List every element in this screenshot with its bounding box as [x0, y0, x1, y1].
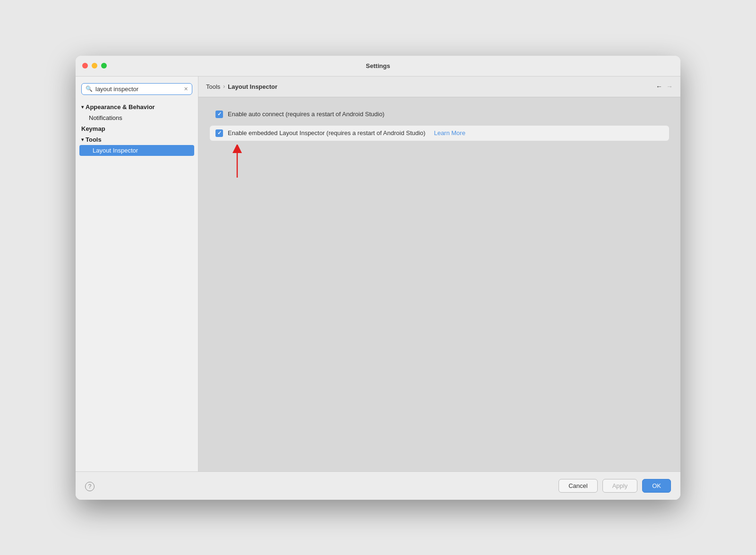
traffic-lights [82, 63, 107, 68]
content-header: Tools › Layout Inspector ← → [198, 77, 680, 97]
title-bar: Settings [76, 56, 680, 77]
sidebar-item-label: Keymap [81, 125, 105, 132]
breadcrumb: Tools › Layout Inspector [206, 83, 277, 90]
content-panel: Tools › Layout Inspector ← → ✓ Enable au… [198, 77, 680, 471]
sidebar-item-label: Tools [86, 136, 102, 143]
sidebar-item-tools[interactable]: ▾ Tools [76, 134, 198, 145]
sidebar-item-keymap[interactable]: Keymap [76, 123, 198, 134]
help-button[interactable]: ? [85, 482, 94, 491]
clear-search-icon[interactable]: ✕ [184, 86, 188, 92]
settings-window: Settings 🔍 ✕ ▾ Appearance & Behavior Not… [76, 56, 680, 500]
embedded-row: ✓ Enable embedded Layout Inspector (requ… [210, 126, 669, 141]
main-content: 🔍 ✕ ▾ Appearance & Behavior Notification… [76, 77, 680, 471]
footer: ? Cancel Apply OK [76, 471, 680, 500]
breadcrumb-root: Tools [206, 83, 220, 90]
breadcrumb-current: Layout Inspector [228, 83, 277, 90]
annotation-arrow [219, 145, 669, 182]
settings-content: ✓ Enable auto connect (requires a restar… [198, 97, 680, 471]
check-icon: ✓ [217, 130, 222, 136]
embedded-label: Enable embedded Layout Inspector (requir… [228, 129, 425, 137]
maximize-button[interactable] [101, 63, 107, 68]
search-box[interactable]: 🔍 ✕ [81, 83, 192, 95]
embedded-checkbox[interactable]: ✓ [215, 129, 223, 137]
breadcrumb-separator: › [223, 83, 225, 90]
nav-arrows: ← → [656, 83, 673, 90]
sidebar: 🔍 ✕ ▾ Appearance & Behavior Notification… [76, 77, 198, 471]
chevron-down-icon: ▾ [81, 104, 84, 110]
auto-connect-checkbox[interactable]: ✓ [215, 111, 223, 118]
close-button[interactable] [82, 63, 88, 68]
search-icon: 🔍 [86, 85, 93, 92]
back-arrow-icon[interactable]: ← [656, 83, 662, 90]
cancel-button[interactable]: Cancel [558, 479, 597, 493]
sidebar-item-label: Notifications [89, 114, 122, 121]
learn-more-link[interactable]: Learn More [434, 129, 465, 137]
sidebar-item-appearance[interactable]: ▾ Appearance & Behavior [76, 102, 198, 112]
auto-connect-label: Enable auto connect (requires a restart … [228, 111, 385, 118]
chevron-down-icon: ▾ [81, 137, 84, 142]
minimize-button[interactable] [92, 63, 97, 68]
sidebar-item-label: Appearance & Behavior [86, 103, 155, 111]
ok-button[interactable]: OK [642, 479, 671, 493]
sidebar-item-notifications[interactable]: Notifications [76, 112, 198, 123]
sidebar-item-label: Layout Inspector [93, 147, 138, 154]
auto-connect-row: ✓ Enable auto connect (requires a restar… [210, 107, 669, 122]
sidebar-section: ▾ Appearance & Behavior Notifications Ke… [76, 101, 198, 157]
search-input[interactable] [95, 85, 181, 93]
window-title: Settings [366, 62, 390, 69]
apply-button[interactable]: Apply [602, 479, 638, 493]
sidebar-item-layout-inspector[interactable]: Layout Inspector [79, 145, 194, 156]
check-icon: ✓ [217, 111, 222, 117]
forward-arrow-icon: → [666, 83, 673, 90]
red-arrow-svg [228, 145, 247, 182]
